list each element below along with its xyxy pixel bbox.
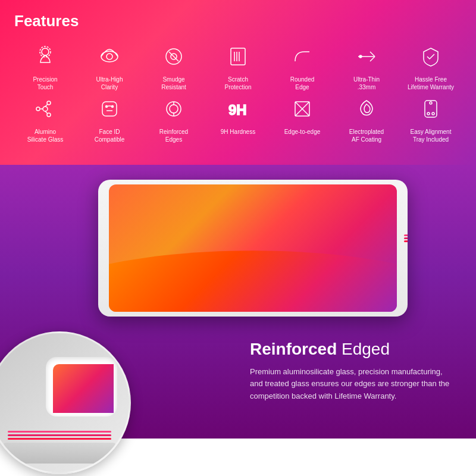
svg-point-36 bbox=[427, 112, 430, 115]
precision-touch-label: PrecisionTouch bbox=[33, 76, 57, 91]
electroplated-label: ElectroplatedAF Coating bbox=[349, 128, 384, 143]
features-row-2: AluminoSilicate Glass Face IDCompatible … bbox=[14, 93, 462, 143]
svg-point-0 bbox=[42, 48, 49, 55]
reinforced-edges-label: ReinforcedEdges bbox=[159, 128, 188, 143]
alumino-silicate-label: AluminoSilicate Glass bbox=[27, 128, 64, 143]
easy-alignment-icon bbox=[415, 93, 446, 124]
features-row-1: PrecisionTouch Ultra-HighClarity SmudgeR… bbox=[14, 41, 462, 91]
text-content: Reinforced Edged Premium aluminosilicate… bbox=[250, 340, 452, 403]
rounded-edge-label: RoundedEdge bbox=[290, 76, 315, 91]
reinforced-bold: Reinforced bbox=[250, 340, 337, 358]
ultra-high-clarity-label: Ultra-HighClarity bbox=[96, 76, 123, 91]
smudge-resistant-icon bbox=[158, 41, 189, 72]
feature-ultra-high-clarity: Ultra-HighClarity bbox=[79, 41, 140, 91]
phone-body bbox=[98, 180, 408, 317]
easy-alignment-label: Easy AlignmentTray Included bbox=[411, 128, 452, 143]
feature-electroplated: ElectroplatedAF Coating bbox=[336, 93, 397, 143]
svg-point-27 bbox=[170, 105, 178, 113]
feature-scratch-protection: ScratchProtection bbox=[207, 41, 269, 91]
svg-text:9H: 9H bbox=[228, 102, 247, 118]
face-id-icon bbox=[94, 93, 125, 124]
edge-to-edge-icon bbox=[287, 93, 318, 124]
rounded-edge-icon bbox=[287, 41, 318, 72]
svg-line-12 bbox=[370, 52, 375, 57]
feature-rounded-edge: RoundedEdge bbox=[271, 41, 333, 91]
edge-to-edge-label: Edge-to-edge bbox=[284, 128, 321, 136]
feature-9h-hardness: 9H 9H Hardness bbox=[207, 93, 269, 143]
precision-touch-icon bbox=[30, 41, 61, 72]
alumino-silicate-icon bbox=[30, 93, 61, 124]
svg-point-35 bbox=[430, 102, 432, 104]
scratch-protection-icon bbox=[223, 41, 253, 72]
svg-point-25 bbox=[112, 106, 114, 108]
svg-point-3 bbox=[107, 54, 112, 60]
feature-ultra-thin: Ultra-Thin.33mm bbox=[336, 41, 397, 91]
smudge-resistant-label: SmudgeResistant bbox=[161, 76, 186, 91]
reinforced-normal: Edged bbox=[337, 340, 390, 358]
svg-point-14 bbox=[359, 55, 362, 58]
ultra-high-clarity-icon bbox=[94, 41, 125, 72]
feature-hassle-free: Hassle FreeLifetime Warranty bbox=[400, 41, 462, 91]
svg-point-24 bbox=[106, 106, 108, 108]
ultra-thin-icon bbox=[351, 41, 382, 72]
feature-smudge-resistant: SmudgeResistant bbox=[143, 41, 205, 91]
9h-hardness-icon: 9H bbox=[223, 93, 253, 124]
reinforced-heading: Reinforced Edged bbox=[250, 340, 452, 359]
svg-rect-7 bbox=[231, 48, 245, 65]
electroplated-icon bbox=[351, 93, 382, 124]
hassle-free-icon bbox=[415, 41, 446, 72]
svg-line-13 bbox=[370, 57, 375, 61]
phone-container bbox=[0, 171, 476, 325]
feature-edge-to-edge: Edge-to-edge bbox=[271, 93, 333, 143]
feature-easy-alignment: Easy AlignmentTray Included bbox=[400, 93, 462, 143]
reinforced-edges-icon bbox=[158, 93, 189, 124]
svg-line-21 bbox=[45, 111, 48, 114]
9h-hardness-label: 9H Hardness bbox=[221, 128, 255, 136]
svg-point-37 bbox=[432, 112, 434, 115]
bottom-section: Reinforced Edged Premium aluminosilicate… bbox=[0, 165, 476, 439]
svg-line-20 bbox=[45, 104, 48, 107]
reinforced-description: Premium aluminosilicate glass, precision… bbox=[250, 366, 452, 403]
circle-zoom bbox=[0, 331, 131, 474]
svg-point-16 bbox=[36, 107, 40, 111]
top-section: Features PrecisionTouch Ultra-HighClarit… bbox=[0, 0, 476, 165]
svg-rect-22 bbox=[102, 102, 117, 116]
feature-face-id: Face IDCompatible bbox=[79, 93, 140, 143]
face-id-label: Face IDCompatible bbox=[95, 128, 125, 143]
ultra-thin-label: Ultra-Thin.33mm bbox=[353, 76, 380, 91]
svg-rect-34 bbox=[425, 101, 437, 117]
feature-alumino-silicate: AluminoSilicate Glass bbox=[14, 93, 76, 143]
feature-reinforced-edges: ReinforcedEdges bbox=[143, 93, 205, 143]
svg-point-15 bbox=[43, 107, 48, 111]
features-title: Features bbox=[14, 12, 462, 30]
phone-screen bbox=[109, 184, 397, 312]
hassle-free-label: Hassle FreeLifetime Warranty bbox=[408, 76, 454, 91]
feature-precision-touch: PrecisionTouch bbox=[14, 41, 76, 91]
scratch-protection-label: ScratchProtection bbox=[224, 76, 251, 91]
